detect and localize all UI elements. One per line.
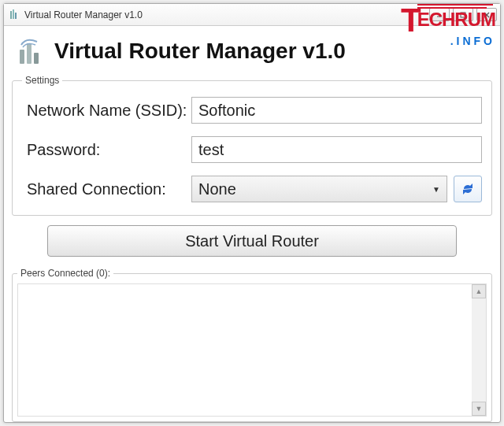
peers-list: ▲ ▼ xyxy=(17,283,487,417)
shared-connection-value: None xyxy=(198,180,236,198)
shared-row: Shared Connection: None ▼ xyxy=(22,176,482,202)
scroll-up-button[interactable]: ▲ xyxy=(472,284,486,298)
scroll-down-button[interactable]: ▼ xyxy=(472,402,486,416)
router-icon xyxy=(15,35,46,67)
app-icon-small xyxy=(7,9,20,21)
shared-label: Shared Connection: xyxy=(22,180,191,198)
svg-rect-9 xyxy=(34,53,39,64)
peers-group: Peers Connected (0): ▲ ▼ xyxy=(12,268,492,422)
titlebar: Virtual Router Manager v1.0 T ECHRUM .IN… xyxy=(4,4,500,26)
svg-rect-7 xyxy=(20,50,24,64)
watermark-t: T xyxy=(401,4,419,37)
app-window: Virtual Router Manager v1.0 T ECHRUM .IN… xyxy=(3,3,501,423)
shared-connection-select[interactable]: None ▼ xyxy=(191,176,447,202)
svg-rect-0 xyxy=(10,11,12,19)
settings-legend: Settings xyxy=(22,75,62,86)
titlebar-text: Virtual Router Manager v1.0 xyxy=(24,9,143,20)
watermark-brand: ECHRUM xyxy=(417,10,495,29)
refresh-icon xyxy=(460,181,476,197)
password-row: Password: xyxy=(22,136,482,163)
watermark-logo: T ECHRUM .INFO xyxy=(401,4,495,46)
page-title: Virtual Router Manager v1.0 xyxy=(54,39,346,64)
ssid-input[interactable] xyxy=(191,97,482,124)
ssid-label: Network Name (SSID): xyxy=(22,102,191,120)
svg-rect-8 xyxy=(27,43,32,64)
chevron-down-icon: ▼ xyxy=(432,185,440,194)
settings-group: Settings Network Name (SSID): Password: … xyxy=(12,75,492,216)
peers-legend: Peers Connected (0): xyxy=(17,268,113,279)
start-router-button[interactable]: Start Virtual Router xyxy=(47,225,457,257)
password-input[interactable] xyxy=(191,136,482,163)
password-label: Password: xyxy=(22,141,191,159)
svg-rect-1 xyxy=(13,9,14,19)
scrollbar[interactable]: ▲ ▼ xyxy=(472,284,486,416)
refresh-button[interactable] xyxy=(454,176,482,202)
ssid-row: Network Name (SSID): xyxy=(22,97,482,124)
content-area: Virtual Router Manager v1.0 Settings Net… xyxy=(4,26,500,426)
svg-rect-2 xyxy=(15,13,17,19)
